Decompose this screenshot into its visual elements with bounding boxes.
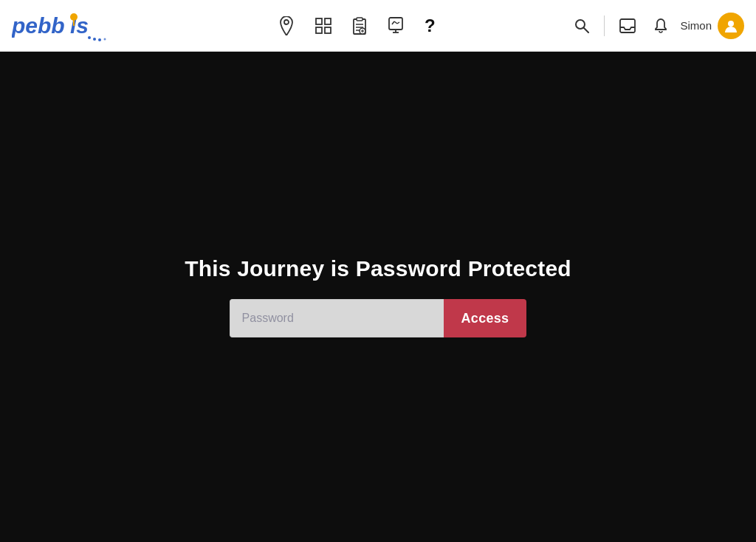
inbox-button[interactable] [614,16,642,36]
bell-button[interactable] [647,15,674,37]
password-form: Access [230,299,527,337]
logo-area[interactable]: pebb ls [12,10,130,42]
nav-icons: ? [145,16,568,36]
svg-rect-9 [316,18,322,24]
svg-line-28 [584,28,588,32]
user-section[interactable]: Simon [680,13,744,39]
navbar: pebb ls [0,0,756,52]
nav-right: Simon [568,13,744,39]
access-button[interactable]: Access [444,299,527,337]
svg-rect-12 [325,27,331,33]
password-title: This Journey is Password Protected [185,256,571,281]
svg-rect-29 [620,19,635,32]
password-container: This Journey is Password Protected Acces… [185,256,571,337]
svg-rect-11 [316,27,322,33]
svg-line-24 [392,21,394,24]
svg-line-26 [397,22,399,24]
svg-point-8 [284,20,289,24]
clipboard-nav-icon[interactable] [352,17,367,35]
svg-rect-21 [389,18,402,30]
divider [604,16,605,36]
svg-rect-10 [325,18,331,24]
grid-nav-icon[interactable] [315,18,331,34]
svg-rect-14 [357,18,362,21]
svg-point-2 [70,13,78,21]
device-nav-icon[interactable] [388,17,404,35]
search-button[interactable] [568,16,595,36]
password-input[interactable] [230,299,444,337]
svg-point-4 [88,36,91,39]
svg-point-5 [93,38,96,41]
help-nav-icon[interactable]: ? [425,16,436,36]
logo-svg: pebb ls [12,10,108,42]
svg-line-25 [394,21,397,24]
main-content: This Journey is Password Protected Acces… [0,52,756,542]
svg-point-7 [104,38,106,40]
user-avatar [718,13,744,39]
svg-point-27 [576,20,585,29]
svg-point-30 [728,21,734,27]
location-nav-icon[interactable] [278,16,295,35]
user-name: Simon [680,19,712,32]
svg-point-6 [98,38,101,41]
svg-text:pebb: pebb [12,13,65,38]
